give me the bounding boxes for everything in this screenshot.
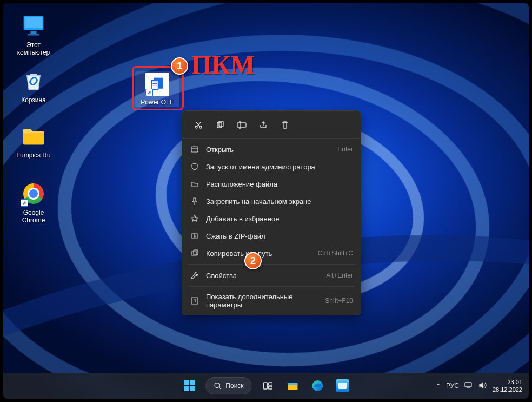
menu-item-show-more[interactable]: Показать дополнительные параметры Shift+… bbox=[182, 289, 361, 313]
annotation-badge-2: 2 bbox=[244, 252, 262, 269]
svg-rect-1 bbox=[25, 17, 43, 28]
menu-item-label: Свойства bbox=[206, 272, 320, 280]
menu-item-label: Открыть bbox=[206, 146, 331, 154]
menu-item-properties[interactable]: Свойства Alt+Enter bbox=[182, 267, 361, 284]
desktop-icon-label: Корзина bbox=[13, 96, 54, 104]
taskbar-store[interactable] bbox=[332, 375, 354, 397]
annotation-badge-1: 1 bbox=[171, 57, 188, 75]
wrench-icon bbox=[190, 271, 200, 280]
system-tray[interactable]: ⌃ РУС bbox=[436, 381, 487, 391]
svg-rect-25 bbox=[269, 383, 272, 385]
svg-rect-3 bbox=[28, 34, 39, 36]
start-button[interactable] bbox=[178, 375, 200, 397]
expand-icon bbox=[190, 296, 200, 306]
menu-separator bbox=[188, 264, 355, 265]
desktop-icon-label: Google Chrome bbox=[13, 209, 54, 224]
desktop[interactable]: Этот компьютер Корзина Lumpics Ru ↗ Goog… bbox=[3, 3, 529, 399]
tray-language[interactable]: РУС bbox=[446, 382, 459, 390]
shield-icon bbox=[190, 162, 200, 172]
svg-rect-14 bbox=[191, 147, 198, 152]
menu-item-file-location[interactable]: Расположение файла bbox=[182, 175, 361, 193]
context-menu-top-row bbox=[182, 114, 361, 139]
menu-item-compress-zip[interactable]: Сжать в ZIP-файл bbox=[182, 227, 361, 245]
menu-item-shortcut: Alt+Enter bbox=[326, 272, 353, 279]
menu-item-label: Расположение файла bbox=[206, 180, 353, 188]
taskbar-center: Поиск bbox=[178, 375, 353, 397]
taskbar-search[interactable]: Поиск bbox=[205, 377, 251, 394]
folder-icon bbox=[21, 123, 46, 149]
desktop-icon-this-pc[interactable]: Этот компьютер bbox=[13, 13, 54, 56]
chrome-icon: ↗ bbox=[21, 181, 46, 207]
desktop-icon-chrome[interactable]: ↗ Google Chrome bbox=[13, 181, 54, 224]
desktop-icon-label: Lumpics Ru bbox=[13, 151, 54, 159]
copy-button[interactable] bbox=[210, 116, 230, 134]
taskbar-clock[interactable]: 23:01 28.12.2022 bbox=[493, 378, 524, 393]
svg-rect-13 bbox=[237, 123, 246, 127]
desktop-icon-recycle-bin[interactable]: Корзина bbox=[13, 68, 54, 104]
svg-rect-22 bbox=[190, 386, 195, 391]
search-placeholder: Поиск bbox=[225, 382, 243, 390]
recycle-bin-icon bbox=[21, 68, 46, 94]
annotation-text: ПКМ bbox=[191, 50, 255, 80]
star-icon bbox=[190, 214, 200, 223]
share-button[interactable] bbox=[254, 116, 273, 134]
menu-item-shortcut: Ctrl+Shift+C bbox=[318, 249, 353, 257]
copy-path-icon bbox=[190, 248, 200, 258]
svg-rect-16 bbox=[192, 251, 196, 256]
svg-rect-2 bbox=[31, 31, 37, 34]
taskbar-task-view[interactable] bbox=[257, 375, 279, 397]
taskbar-right: ⌃ РУС 23:01 28.12.2022 bbox=[436, 373, 524, 399]
monitor-icon bbox=[21, 13, 46, 39]
menu-separator bbox=[188, 286, 355, 287]
desktop-icon-label: Этот компьютер bbox=[13, 41, 54, 56]
zip-icon bbox=[190, 231, 200, 241]
cut-button[interactable] bbox=[189, 116, 208, 134]
screen: Этот компьютер Корзина Lumpics Ru ↗ Goog… bbox=[3, 3, 529, 399]
desktop-icon-power-off[interactable]: ↗ Power OFF bbox=[135, 71, 179, 107]
menu-item-run-as-admin[interactable]: Запуск от имени администратора bbox=[182, 158, 361, 175]
store-icon bbox=[336, 379, 349, 392]
svg-rect-27 bbox=[288, 383, 298, 385]
rename-button[interactable] bbox=[232, 116, 251, 134]
folder-open-icon bbox=[190, 179, 200, 189]
network-icon[interactable] bbox=[464, 381, 473, 391]
svg-rect-17 bbox=[194, 250, 198, 255]
clock-date: 28.12.2022 bbox=[493, 386, 522, 393]
svg-rect-29 bbox=[465, 383, 471, 387]
shortcut-arrow-icon: ↗ bbox=[21, 199, 28, 207]
menu-item-add-favorite[interactable]: Добавить в избранное bbox=[182, 210, 361, 227]
taskbar[interactable]: Поиск ⌃ РУС 23:01 28.12.2022 bbox=[3, 373, 529, 399]
menu-item-label: Закрепить на начальном экране bbox=[206, 197, 353, 206]
menu-item-open[interactable]: Открыть Enter bbox=[182, 141, 361, 158]
delete-button[interactable] bbox=[275, 116, 295, 134]
shortcut-arrow-icon: ↗ bbox=[145, 89, 153, 96]
menu-item-shortcut: Enter bbox=[337, 146, 353, 153]
tray-chevron-icon[interactable]: ⌃ bbox=[436, 383, 441, 390]
svg-point-10 bbox=[200, 126, 202, 128]
context-menu: Открыть Enter Запуск от имени администра… bbox=[182, 110, 361, 315]
volume-icon[interactable] bbox=[478, 381, 487, 391]
search-icon bbox=[214, 382, 221, 390]
menu-item-label: Добавить в избранное bbox=[206, 215, 353, 223]
menu-item-shortcut: Shift+F10 bbox=[325, 297, 353, 305]
menu-item-label: Сжать в ZIP-файл bbox=[206, 232, 353, 240]
menu-item-label: Показать дополнительные параметры bbox=[206, 293, 318, 309]
taskbar-explorer[interactable] bbox=[282, 375, 304, 397]
desktop-icon-lumpics-folder[interactable]: Lumpics Ru bbox=[13, 123, 54, 159]
menu-item-copy-as-path[interactable]: Копировать как путь Ctrl+Shift+C bbox=[182, 245, 361, 262]
clock-time: 23:01 bbox=[493, 378, 522, 386]
svg-rect-21 bbox=[184, 386, 189, 391]
svg-rect-18 bbox=[191, 298, 198, 304]
menu-item-pin-start[interactable]: Закрепить на начальном экране bbox=[182, 193, 361, 210]
svg-point-23 bbox=[215, 383, 220, 388]
svg-rect-19 bbox=[184, 380, 189, 385]
pin-icon bbox=[190, 196, 200, 206]
svg-rect-20 bbox=[190, 380, 195, 385]
svg-rect-26 bbox=[269, 386, 272, 389]
svg-rect-24 bbox=[264, 383, 268, 389]
open-icon bbox=[190, 144, 200, 154]
desktop-icon-label: Power OFF bbox=[136, 98, 178, 106]
taskbar-edge[interactable] bbox=[307, 375, 329, 397]
svg-point-9 bbox=[195, 126, 197, 128]
shortcut-icon: ↗ bbox=[145, 73, 169, 96]
